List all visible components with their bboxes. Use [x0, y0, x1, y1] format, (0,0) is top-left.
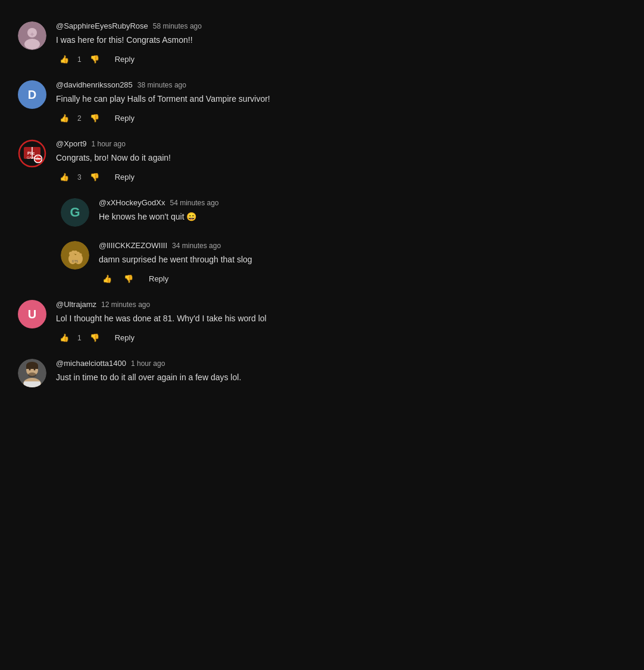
- comment-item: U @Ultrajamz 12 minutes ago Lol I though…: [18, 290, 626, 349]
- dislike-button[interactable]: 👎: [86, 331, 103, 345]
- reply-button[interactable]: Reply: [144, 272, 173, 286]
- avatar: GTS: [61, 241, 89, 270]
- dislike-icon: 👎: [124, 274, 133, 283]
- svg-point-22: [79, 253, 82, 256]
- dislike-icon: 👎: [90, 173, 99, 181]
- comment-header: @lIIICKKZEZOWIIII 34 minutes ago: [99, 241, 626, 250]
- like-icon: 👍: [102, 274, 112, 283]
- comment-header: @SapphireEyesRubyRose 58 minutes ago: [56, 21, 626, 30]
- svg-point-31: [34, 369, 36, 371]
- like-icon: 👍: [60, 55, 69, 64]
- username: @davidhenriksson285: [56, 80, 133, 89]
- like-icon: 👍: [60, 333, 69, 342]
- avatar: U: [18, 300, 46, 328]
- dislike-icon: 👎: [90, 114, 99, 123]
- username: @xXHockeyGodXx: [99, 198, 165, 207]
- avatar: G: [61, 198, 89, 227]
- timestamp: 1 hour ago: [92, 140, 126, 148]
- timestamp: 1 hour ago: [131, 359, 165, 368]
- reply-button[interactable]: Reply: [110, 52, 139, 66]
- avatar: ✦: [18, 21, 46, 50]
- comment-body: @SapphireEyesRubyRose 58 minutes ago I w…: [56, 21, 626, 66]
- like-button[interactable]: 👍: [56, 111, 73, 125]
- comment-actions: 👍 1 👎 Reply: [56, 331, 626, 345]
- username: @Ultrajamz: [56, 300, 96, 309]
- dislike-button[interactable]: 👎: [120, 272, 137, 286]
- like-button[interactable]: 👍: [56, 52, 73, 66]
- comment-text: damn surprised he went through that slog: [99, 253, 626, 266]
- comment-header: @davidhenriksson285 38 minutes ago: [56, 80, 626, 89]
- svg-text:GTS: GTS: [72, 259, 79, 263]
- timestamp: 58 minutes ago: [153, 22, 202, 30]
- comment-body: @xXHockeyGodXx 54 minutes ago He knows h…: [99, 198, 626, 227]
- svg-text:G: G: [70, 205, 80, 220]
- comment-header: @Xport9 1 hour ago: [56, 139, 626, 148]
- comment-body: @michaelciotta1400 1 hour ago Just in ti…: [56, 359, 626, 387]
- like-button[interactable]: 👍: [99, 272, 115, 286]
- like-count: 3: [77, 173, 82, 181]
- dislike-icon: 👎: [90, 333, 99, 342]
- dislike-icon: 👎: [90, 55, 99, 64]
- like-button[interactable]: 👍: [56, 331, 73, 345]
- like-count: 1: [77, 334, 82, 342]
- timestamp: 54 minutes ago: [170, 199, 218, 207]
- svg-text:GAmES: GAmES: [27, 156, 39, 159]
- like-count: 1: [77, 55, 82, 64]
- comment-text: He knows he won't quit 😄: [99, 211, 626, 223]
- comment-body: @Ultrajamz 12 minutes ago Lol I thought …: [56, 300, 626, 345]
- dislike-button[interactable]: 👎: [86, 111, 103, 125]
- dislike-button[interactable]: 👎: [86, 170, 103, 184]
- username: @michaelciotta1400: [56, 359, 126, 368]
- comment-item: D @davidhenriksson285 38 minutes ago Fin…: [18, 71, 626, 130]
- comment-actions: 👍 1 👎 Reply: [56, 52, 626, 66]
- like-count: 2: [77, 114, 82, 123]
- comment-actions: 👍 👎 Reply: [99, 272, 626, 286]
- reply-button[interactable]: Reply: [110, 331, 139, 345]
- comment-item-reply: GTS @lIIICKKZEZOWIIII 34 minutes ago dam…: [18, 231, 626, 290]
- comment-item: ✦ @SapphireEyesRubyRose 58 minutes ago I…: [18, 12, 626, 71]
- comment-actions: 👍 3 👎 Reply: [56, 170, 626, 184]
- comment-body: @davidhenriksson285 38 minutes ago Final…: [56, 80, 626, 125]
- like-icon: 👍: [60, 114, 69, 123]
- comment-item: @michaelciotta1400 1 hour ago Just in ti…: [18, 349, 626, 392]
- username: @Xport9: [56, 139, 87, 148]
- comment-thread: ✦ @SapphireEyesRubyRose 58 minutes ago I…: [18, 12, 626, 392]
- svg-point-29: [28, 372, 36, 377]
- comment-text: Just in time to do it all over again in …: [56, 371, 626, 384]
- timestamp: 34 minutes ago: [172, 242, 221, 250]
- avatar: PIlc GAmES: [18, 139, 46, 168]
- comment-actions: 👍 2 👎 Reply: [56, 111, 626, 125]
- timestamp: 12 minutes ago: [101, 300, 150, 309]
- comment-header: @Ultrajamz 12 minutes ago: [56, 300, 626, 309]
- like-button[interactable]: 👍: [56, 170, 73, 184]
- comment-header: @xXHockeyGodXx 54 minutes ago: [99, 198, 626, 207]
- avatar: [18, 359, 46, 387]
- svg-text:PIlc: PIlc: [27, 151, 35, 155]
- username: @SapphireEyesRubyRose: [56, 21, 148, 30]
- comment-item-reply: G @xXHockeyGodXx 54 minutes ago He knows…: [18, 189, 626, 231]
- svg-point-30: [29, 369, 31, 371]
- comment-item: PIlc GAmES @Xport9 1 hour ago Congrats, …: [18, 130, 626, 189]
- svg-point-2: [24, 39, 40, 49]
- svg-rect-28: [26, 365, 38, 369]
- reply-button[interactable]: Reply: [110, 170, 139, 184]
- username: @lIIICKKZEZOWIIII: [99, 241, 167, 250]
- like-icon: 👍: [60, 173, 69, 181]
- comment-body: @lIIICKKZEZOWIIII 34 minutes ago damn su…: [99, 241, 626, 286]
- reply-button[interactable]: Reply: [110, 111, 139, 125]
- comment-body: @Xport9 1 hour ago Congrats, bro! Now do…: [56, 139, 626, 184]
- comment-text: Lol I thought he was done at 81. Why'd I…: [56, 312, 626, 325]
- comment-text: I was here for this! Congrats Asmon!!: [56, 34, 626, 46]
- comment-header: @michaelciotta1400 1 hour ago: [56, 359, 626, 368]
- svg-text:✦: ✦: [29, 30, 35, 39]
- timestamp: 38 minutes ago: [137, 81, 186, 89]
- dislike-button[interactable]: 👎: [86, 52, 103, 66]
- comment-text: Congrats, bro! Now do it again!: [56, 152, 626, 164]
- avatar: D: [18, 80, 46, 109]
- comment-text: Finally he can play Halls of Torment and…: [56, 93, 626, 105]
